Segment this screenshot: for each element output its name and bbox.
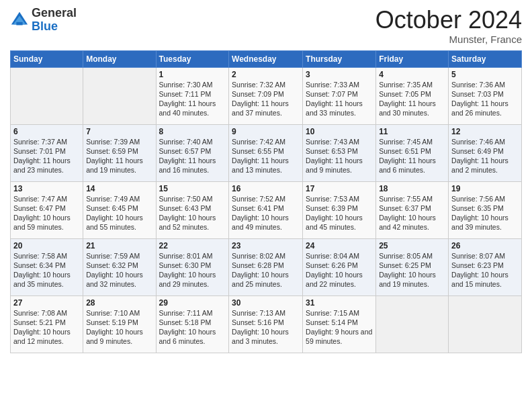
day-cell-4-3: 30Sunrise: 7:13 AMSunset: 5:16 PMDayligh… — [229, 295, 303, 353]
page: General Blue October 2024 Munster, Franc… — [0, 0, 532, 411]
day-number: 28 — [86, 298, 152, 308]
logo-general-text: General — [32, 7, 77, 20]
day-cell-3-1: 21Sunrise: 7:59 AMSunset: 6:32 PMDayligh… — [83, 238, 156, 295]
header: General Blue October 2024 Munster, Franc… — [10, 7, 522, 45]
day-number: 13 — [13, 184, 80, 193]
header-row: Sunday Monday Tuesday Wednesday Thursday… — [11, 50, 522, 67]
day-detail: Sunrise: 7:53 AMSunset: 6:39 PMDaylight:… — [306, 194, 373, 232]
day-number: 15 — [159, 184, 226, 193]
day-number: 7 — [86, 127, 152, 136]
day-number: 21 — [86, 241, 152, 250]
day-cell-1-4: 10Sunrise: 7:43 AMSunset: 6:53 PMDayligh… — [303, 124, 376, 181]
day-detail: Sunrise: 7:32 AMSunset: 7:09 PMDaylight:… — [232, 80, 300, 118]
day-number: 8 — [159, 127, 226, 136]
week-row-0: 1Sunrise: 7:30 AMSunset: 7:11 PMDaylight… — [11, 67, 522, 124]
col-thursday: Thursday — [303, 50, 376, 67]
day-cell-2-6: 19Sunrise: 7:56 AMSunset: 6:35 PMDayligh… — [449, 181, 522, 238]
col-tuesday: Tuesday — [156, 50, 229, 67]
day-number: 26 — [451, 241, 519, 250]
day-number: 22 — [159, 241, 226, 250]
day-detail: Sunrise: 7:40 AMSunset: 6:57 PMDaylight:… — [159, 137, 226, 175]
day-detail: Sunrise: 7:36 AMSunset: 7:03 PMDaylight:… — [451, 80, 519, 118]
day-detail: Sunrise: 7:30 AMSunset: 7:11 PMDaylight:… — [159, 80, 226, 118]
day-detail: Sunrise: 7:42 AMSunset: 6:55 PMDaylight:… — [232, 137, 300, 175]
calendar-table: Sunday Monday Tuesday Wednesday Thursday… — [10, 50, 522, 353]
day-cell-4-0: 27Sunrise: 7:08 AMSunset: 5:21 PMDayligh… — [11, 295, 83, 353]
logo-blue-text: Blue — [32, 20, 77, 34]
day-detail: Sunrise: 8:01 AMSunset: 6:30 PMDaylight:… — [159, 251, 226, 289]
day-detail: Sunrise: 7:46 AMSunset: 6:49 PMDaylight:… — [451, 137, 519, 175]
day-cell-2-0: 13Sunrise: 7:47 AMSunset: 6:47 PMDayligh… — [11, 181, 83, 238]
day-number: 1 — [159, 70, 226, 79]
day-number: 25 — [379, 241, 445, 250]
logo-text: General Blue — [32, 7, 77, 34]
calendar-header: Sunday Monday Tuesday Wednesday Thursday… — [11, 50, 522, 67]
month-title: October 2024 — [375, 7, 522, 34]
day-detail: Sunrise: 7:50 AMSunset: 6:43 PMDaylight:… — [159, 194, 226, 232]
day-number: 29 — [159, 298, 226, 308]
day-detail: Sunrise: 7:55 AMSunset: 6:37 PMDaylight:… — [379, 194, 445, 232]
day-detail: Sunrise: 7:35 AMSunset: 7:05 PMDaylight:… — [379, 80, 445, 118]
day-cell-1-0: 6Sunrise: 7:37 AMSunset: 7:01 PMDaylight… — [11, 124, 83, 181]
day-number: 27 — [13, 298, 80, 308]
day-detail: Sunrise: 7:45 AMSunset: 6:51 PMDaylight:… — [379, 137, 445, 175]
day-detail: Sunrise: 7:33 AMSunset: 7:07 PMDaylight:… — [306, 80, 373, 118]
day-detail: Sunrise: 7:11 AMSunset: 5:18 PMDaylight:… — [159, 308, 226, 347]
day-cell-0-2: 1Sunrise: 7:30 AMSunset: 7:11 PMDaylight… — [156, 67, 229, 124]
day-cell-0-5: 4Sunrise: 7:35 AMSunset: 7:05 PMDaylight… — [376, 67, 449, 124]
day-number: 20 — [13, 241, 80, 250]
day-cell-3-4: 24Sunrise: 8:04 AMSunset: 6:26 PMDayligh… — [303, 238, 376, 295]
day-number: 6 — [13, 127, 80, 136]
calendar-body: 1Sunrise: 7:30 AMSunset: 7:11 PMDaylight… — [11, 67, 522, 353]
day-number: 31 — [306, 298, 373, 308]
day-cell-1-6: 12Sunrise: 7:46 AMSunset: 6:49 PMDayligh… — [449, 124, 522, 181]
day-detail: Sunrise: 7:47 AMSunset: 6:47 PMDaylight:… — [13, 194, 80, 232]
col-monday: Monday — [83, 50, 156, 67]
day-cell-3-6: 26Sunrise: 8:07 AMSunset: 6:23 PMDayligh… — [449, 238, 522, 295]
day-detail: Sunrise: 7:56 AMSunset: 6:35 PMDaylight:… — [451, 194, 519, 232]
day-detail: Sunrise: 7:43 AMSunset: 6:53 PMDaylight:… — [306, 137, 373, 175]
day-cell-4-1: 28Sunrise: 7:10 AMSunset: 5:19 PMDayligh… — [83, 295, 156, 353]
day-detail: Sunrise: 8:02 AMSunset: 6:28 PMDaylight:… — [232, 251, 300, 289]
day-cell-2-4: 17Sunrise: 7:53 AMSunset: 6:39 PMDayligh… — [303, 181, 376, 238]
day-number: 30 — [232, 298, 300, 308]
day-detail: Sunrise: 7:10 AMSunset: 5:19 PMDaylight:… — [86, 308, 152, 347]
day-cell-3-0: 20Sunrise: 7:58 AMSunset: 6:34 PMDayligh… — [11, 238, 83, 295]
day-cell-2-5: 18Sunrise: 7:55 AMSunset: 6:37 PMDayligh… — [376, 181, 449, 238]
day-detail: Sunrise: 7:58 AMSunset: 6:34 PMDaylight:… — [13, 251, 80, 289]
day-cell-2-2: 15Sunrise: 7:50 AMSunset: 6:43 PMDayligh… — [156, 181, 229, 238]
day-cell-0-4: 3Sunrise: 7:33 AMSunset: 7:07 PMDaylight… — [303, 67, 376, 124]
day-number: 10 — [306, 127, 373, 136]
day-detail: Sunrise: 8:05 AMSunset: 6:25 PMDaylight:… — [379, 251, 445, 289]
day-detail: Sunrise: 7:59 AMSunset: 6:32 PMDaylight:… — [86, 251, 152, 289]
location: Munster, France — [375, 34, 522, 45]
day-number: 16 — [232, 184, 300, 193]
day-cell-2-3: 16Sunrise: 7:52 AMSunset: 6:41 PMDayligh… — [229, 181, 303, 238]
day-number: 5 — [451, 70, 519, 79]
day-cell-1-3: 9Sunrise: 7:42 AMSunset: 6:55 PMDaylight… — [229, 124, 303, 181]
day-detail: Sunrise: 7:13 AMSunset: 5:16 PMDaylight:… — [232, 308, 300, 347]
day-detail: Sunrise: 8:04 AMSunset: 6:26 PMDaylight:… — [306, 251, 373, 289]
day-cell-4-5 — [376, 295, 449, 353]
day-number: 23 — [232, 241, 300, 250]
day-number: 12 — [451, 127, 519, 136]
day-number: 19 — [451, 184, 519, 193]
day-cell-0-3: 2Sunrise: 7:32 AMSunset: 7:09 PMDaylight… — [229, 67, 303, 124]
logo-icon — [10, 11, 29, 30]
day-number: 24 — [306, 241, 373, 250]
day-cell-4-2: 29Sunrise: 7:11 AMSunset: 5:18 PMDayligh… — [156, 295, 229, 353]
svg-rect-2 — [16, 22, 22, 26]
day-detail: Sunrise: 7:39 AMSunset: 6:59 PMDaylight:… — [86, 137, 152, 175]
day-detail: Sunrise: 7:08 AMSunset: 5:21 PMDaylight:… — [13, 308, 80, 347]
day-number: 4 — [379, 70, 445, 79]
week-row-4: 27Sunrise: 7:08 AMSunset: 5:21 PMDayligh… — [11, 295, 522, 353]
day-detail: Sunrise: 7:15 AMSunset: 5:14 PMDaylight:… — [306, 308, 373, 347]
day-detail: Sunrise: 7:49 AMSunset: 6:45 PMDaylight:… — [86, 194, 152, 232]
day-cell-1-2: 8Sunrise: 7:40 AMSunset: 6:57 PMDaylight… — [156, 124, 229, 181]
day-cell-0-6: 5Sunrise: 7:36 AMSunset: 7:03 PMDaylight… — [449, 67, 522, 124]
day-cell-3-5: 25Sunrise: 8:05 AMSunset: 6:25 PMDayligh… — [376, 238, 449, 295]
week-row-2: 13Sunrise: 7:47 AMSunset: 6:47 PMDayligh… — [11, 181, 522, 238]
day-cell-0-0 — [11, 67, 83, 124]
col-sunday: Sunday — [11, 50, 83, 67]
col-saturday: Saturday — [449, 50, 522, 67]
